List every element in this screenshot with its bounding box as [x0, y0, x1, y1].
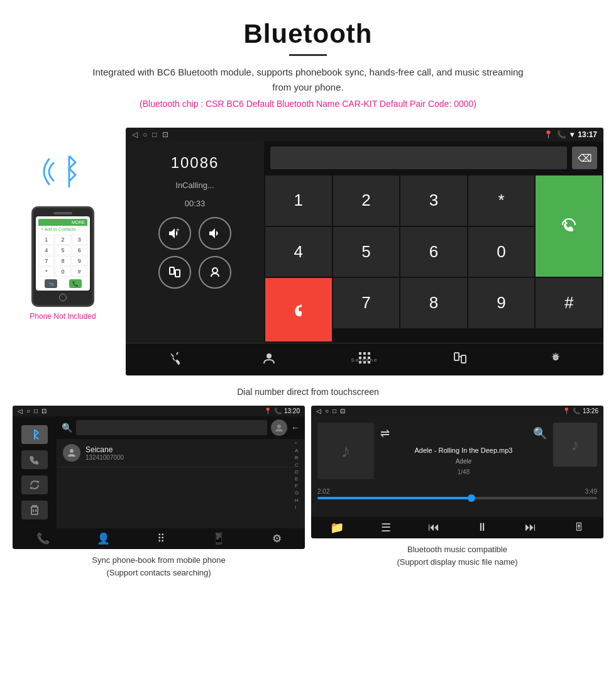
music-next-icon[interactable]: ⏭: [525, 521, 536, 535]
recents-nav-btn[interactable]: □: [152, 130, 157, 139]
pb-dialpad-icon[interactable]: ⠿: [157, 532, 165, 545]
numpad-asterisk[interactable]: *: [468, 175, 535, 226]
music-play-icon[interactable]: ⏸: [476, 521, 488, 535]
numpad-8[interactable]: 8: [400, 278, 467, 328]
dialpad-tab[interactable]: Seicane: [351, 348, 378, 370]
pb-contacts-icon[interactable]: 👤: [97, 532, 110, 545]
numpad-0[interactable]: 0: [468, 227, 535, 277]
pb-arrow-back-icon[interactable]: ←: [291, 423, 300, 433]
pb-nav-buttons: ◁ ○ □ ⊡: [18, 408, 47, 414]
contacts-tab[interactable]: [256, 348, 282, 370]
pb-settings-icon[interactable]: ⚙: [272, 532, 282, 545]
time-current: 2:02: [317, 488, 329, 495]
numpad-9[interactable]: 9: [468, 278, 535, 328]
numpad-hash[interactable]: #: [536, 278, 602, 328]
music-menu-btn[interactable]: ⊡: [340, 408, 345, 414]
ctrl-row-1: + -: [158, 217, 231, 250]
bottom-screenshots: ◁ ○ □ ⊡ 📍 📞 13:20: [0, 406, 616, 591]
menu-nav-btn[interactable]: ⊡: [162, 130, 168, 139]
svg-point-26: [70, 449, 74, 453]
wifi-icon: ▾: [570, 130, 574, 139]
music-folder-icon[interactable]: 📁: [330, 521, 344, 535]
pb-location-icon: 📍: [264, 408, 272, 414]
phone-call-btn-green[interactable]: 📞: [69, 279, 82, 288]
pb-sidebar: [13, 416, 57, 528]
transfer-btn[interactable]: [158, 256, 191, 289]
music-caption-line1: Bluetooth music compatible: [407, 545, 507, 554]
pb-sync-btn[interactable]: [21, 475, 48, 494]
caption-main: Dial number direct from touchscreen: [0, 382, 616, 406]
phone-screen: MORE + Add to Contacts 123 456 789 *0# 📹…: [36, 216, 90, 291]
music-back-btn[interactable]: ◁: [316, 408, 321, 414]
bluetooth-waves-icon: [38, 147, 94, 197]
music-playlist-icon[interactable]: ☰: [381, 521, 391, 535]
pb-status-bar: ◁ ○ □ ⊡ 📍 📞 13:20: [13, 406, 305, 416]
pb-status-right: 📍 📞 13:20: [264, 408, 300, 414]
music-search-icon[interactable]: 🔍: [533, 426, 547, 440]
music-recents-btn[interactable]: □: [333, 408, 336, 414]
numpad-1[interactable]: 1: [265, 175, 332, 226]
pb-recents-btn[interactable]: □: [34, 408, 38, 414]
music-main: ♪ ⇌ 🔍 Adele - Rolling In the Deep.mp3 Ad…: [311, 416, 603, 517]
caption-main-text: Dial number direct from touchscreen: [237, 387, 379, 397]
phone-call-row: 📹 📞: [38, 279, 87, 288]
music-status-right: 📍 📞 13:26: [563, 408, 598, 414]
numpad-3[interactable]: 3: [400, 175, 467, 226]
call-answer-btn[interactable]: [536, 175, 602, 277]
pb-transfer-icon[interactable]: 📱: [212, 532, 225, 545]
ctrl-row-2: [158, 256, 231, 289]
music-location-icon: 📍: [563, 408, 570, 414]
numpad-7[interactable]: 7: [333, 278, 400, 328]
caller-number: 10086: [171, 154, 219, 172]
calls-tab[interactable]: [160, 348, 187, 370]
bluetooth-icon-wrapper: [38, 147, 88, 197]
pb-menu-btn[interactable]: ⊡: [41, 408, 47, 414]
pb-contact-list: 🔍 ←: [57, 416, 305, 528]
progress-thumb[interactable]: [468, 494, 475, 502]
volume-up-btn[interactable]: +: [158, 217, 191, 250]
numpad-5[interactable]: 5: [333, 227, 400, 277]
music-prev-icon[interactable]: ⏮: [428, 521, 439, 535]
pb-search-box[interactable]: [76, 420, 267, 435]
phone-screen-header: MORE: [38, 219, 87, 226]
svg-rect-3: [170, 267, 174, 274]
music-note-1: ♪: [341, 440, 351, 462]
music-home-btn[interactable]: ○: [325, 408, 329, 414]
pb-contact-item[interactable]: Seicane 13241007000: [57, 439, 295, 467]
dial-input-box[interactable]: [270, 147, 567, 169]
svg-rect-10: [368, 352, 370, 355]
backspace-btn[interactable]: ⌫: [572, 147, 597, 169]
mute-btn[interactable]: [199, 256, 231, 289]
home-nav-btn[interactable]: ○: [143, 130, 147, 139]
album-art-left: ♪: [317, 423, 374, 479]
pb-delete-btn[interactable]: [21, 501, 48, 519]
pb-contact-number: 13241007000: [85, 454, 124, 461]
settings-tab[interactable]: [542, 348, 569, 370]
pb-call-btn[interactable]: [21, 450, 48, 469]
call-icon: 📞: [557, 130, 566, 139]
progress-times: 2:02 3:49: [317, 488, 597, 495]
progress-bar[interactable]: [317, 497, 597, 499]
phone-home-button[interactable]: [59, 294, 67, 301]
music-caption: Bluetooth music compatible (Support disp…: [311, 543, 603, 568]
call-end-btn[interactable]: [265, 278, 332, 342]
music-eq-icon[interactable]: 🎚: [573, 521, 585, 535]
music-track-name: Adele - Rolling In the Deep.mp3: [380, 447, 547, 454]
pb-back-btn[interactable]: ◁: [18, 408, 23, 414]
numpad-2[interactable]: 2: [333, 175, 400, 226]
progress-fill: [317, 497, 471, 499]
numpad-4[interactable]: 4: [265, 227, 332, 277]
pb-calls-icon[interactable]: 📞: [36, 532, 50, 545]
shuffle-icon[interactable]: ⇌: [380, 426, 390, 440]
transfer-tab[interactable]: [447, 348, 473, 370]
volume-down-btn[interactable]: -: [199, 217, 231, 250]
dial-right-panel: ⌫ 1 2 3 * 4 5 6 0: [264, 142, 603, 343]
pb-bluetooth-btn[interactable]: [21, 425, 48, 444]
svg-rect-8: [359, 352, 361, 355]
pb-search-icon: 🔍: [62, 423, 72, 433]
back-nav-btn[interactable]: ◁: [132, 130, 138, 139]
dial-input-row: ⌫: [264, 142, 603, 174]
numpad-6[interactable]: 6: [400, 227, 467, 277]
page-header: Bluetooth Integrated with BC6 Bluetooth …: [0, 0, 616, 121]
pb-home-btn[interactable]: ○: [26, 408, 30, 414]
